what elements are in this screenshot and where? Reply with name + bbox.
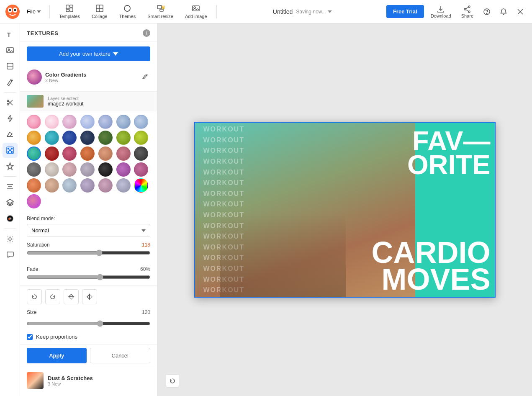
svg-rect-8 — [70, 8, 73, 12]
fade-slider[interactable] — [27, 274, 150, 280]
close-button[interactable] — [514, 5, 527, 18]
color-circle-9[interactable] — [62, 131, 77, 145]
color-circle-1[interactable] — [45, 115, 59, 129]
tool-text[interactable]: T — [3, 27, 18, 42]
fade-label: Fade — [27, 266, 38, 272]
tool-chat[interactable] — [3, 247, 18, 262]
tool-lightning[interactable] — [3, 111, 18, 126]
color-circle-22[interactable] — [45, 162, 59, 177]
color-circle-33[interactable] — [116, 178, 131, 193]
svg-text:T: T — [7, 31, 11, 38]
toolbar-separator-2 — [216, 5, 217, 18]
svg-rect-6 — [70, 5, 73, 7]
svg-point-38 — [8, 148, 9, 149]
tool-color[interactable]: ● — [3, 211, 18, 226]
color-circle-6[interactable] — [134, 115, 148, 129]
color-circle-15[interactable] — [45, 147, 59, 161]
size-slider[interactable] — [27, 320, 150, 327]
svg-point-3 — [9, 9, 11, 11]
color-circle-14[interactable] — [27, 147, 41, 161]
section-edit-icon[interactable] — [140, 72, 150, 82]
rotate-right-button[interactable] — [45, 289, 60, 304]
flip-horizontal-button[interactable] — [82, 289, 97, 304]
color-circle-27[interactable] — [134, 162, 148, 177]
canvas-title-top: FAV— ORITE — [407, 129, 491, 177]
tool-effects[interactable] — [3, 159, 18, 174]
color-circle-7[interactable] — [27, 131, 41, 145]
color-circle-2[interactable] — [62, 115, 77, 129]
add-texture-button[interactable]: Add your own texture — [27, 46, 150, 61]
left-sidebar: T — [0, 23, 20, 396]
add-image-button[interactable]: Add image — [181, 3, 211, 21]
color-circle-12[interactable] — [116, 131, 131, 145]
size-value: 120 — [142, 309, 150, 315]
file-menu[interactable]: File — [23, 7, 44, 16]
color-circle-31[interactable] — [80, 178, 95, 193]
blend-mode-select[interactable]: NormalMultiplyScreenOverlayDarkenLighten… — [27, 224, 150, 237]
help-button[interactable] — [480, 5, 493, 18]
section-header: Color Gradients 2 New — [27, 69, 150, 85]
color-circle-23[interactable] — [62, 162, 77, 177]
color-circle-13[interactable] — [134, 131, 148, 145]
themes-button[interactable]: Themes — [115, 3, 140, 21]
color-circle-17[interactable] — [80, 147, 95, 161]
color-circle-3[interactable] — [80, 115, 95, 129]
color-circle-4[interactable] — [98, 115, 113, 129]
svg-point-4 — [14, 9, 16, 11]
tool-eraser[interactable] — [3, 127, 18, 142]
templates-button[interactable]: Templates — [55, 3, 84, 21]
tool-align[interactable] — [3, 179, 18, 194]
app-logo[interactable] — [5, 4, 20, 19]
svg-point-24 — [486, 13, 487, 14]
tool-graphics[interactable] — [3, 59, 18, 74]
tool-photo[interactable] — [3, 43, 18, 58]
color-circle-20[interactable] — [134, 147, 148, 161]
dust-scratches-title: Dust & Scratches — [48, 375, 93, 381]
fade-row: Fade 60% — [27, 266, 150, 272]
color-circle-30[interactable] — [62, 178, 77, 193]
color-circle-8[interactable] — [45, 131, 59, 145]
share-button[interactable]: Share — [458, 3, 477, 20]
color-circle-21[interactable] — [27, 162, 41, 177]
smart-resize-button[interactable]: 👑 Smart resize — [143, 3, 177, 21]
collage-button[interactable]: Collage — [87, 3, 111, 21]
svg-point-33 — [7, 103, 9, 105]
color-circle-11[interactable] — [98, 131, 113, 145]
color-circle-19[interactable] — [116, 147, 131, 161]
color-circle-10[interactable] — [80, 131, 95, 145]
keep-proportions-label[interactable]: Keep proportions — [36, 334, 77, 340]
notifications-button[interactable] — [497, 5, 510, 18]
tool-layers[interactable] — [3, 195, 18, 210]
rotate-left-button[interactable] — [27, 289, 42, 304]
color-circle-25[interactable] — [98, 162, 113, 177]
color-circle-24[interactable] — [80, 162, 95, 177]
keep-proportions-checkbox[interactable] — [27, 334, 33, 340]
tool-draw[interactable] — [3, 75, 18, 90]
design-canvas[interactable]: WORKOUTWORKOUTWORKOUTWORKOUTWORKOUTWORKO… — [194, 122, 496, 298]
color-circle-34[interactable] — [134, 178, 148, 193]
tool-texture[interactable] — [3, 143, 18, 158]
svg-point-42 — [9, 150, 10, 151]
cancel-button[interactable]: Cancel — [90, 348, 151, 363]
saturation-slider[interactable] — [27, 249, 150, 256]
color-circle-35[interactable] — [27, 194, 41, 208]
color-circle-0[interactable] — [27, 115, 41, 129]
color-circle-16[interactable] — [62, 147, 77, 161]
layer-label: Layer selected: — [48, 96, 83, 101]
color-circle-26[interactable] — [116, 162, 131, 177]
free-trial-button[interactable]: Free Trial — [386, 5, 424, 18]
info-icon[interactable]: i — [143, 29, 150, 37]
flip-vertical-button[interactable] — [64, 289, 79, 304]
workout-line: WORKOUT — [203, 135, 413, 146]
color-circle-5[interactable] — [116, 115, 131, 129]
color-circle-29[interactable] — [45, 178, 59, 193]
themes-button-wrap: Themes — [115, 3, 140, 21]
tool-settings[interactable] — [3, 231, 18, 247]
download-button[interactable]: Download — [427, 3, 455, 20]
color-circle-32[interactable] — [98, 178, 113, 193]
tool-scissors[interactable] — [3, 95, 18, 110]
undo-button[interactable] — [166, 374, 179, 388]
apply-button[interactable]: Apply — [27, 348, 87, 363]
color-circle-18[interactable] — [98, 147, 113, 161]
color-circle-28[interactable] — [27, 178, 41, 193]
